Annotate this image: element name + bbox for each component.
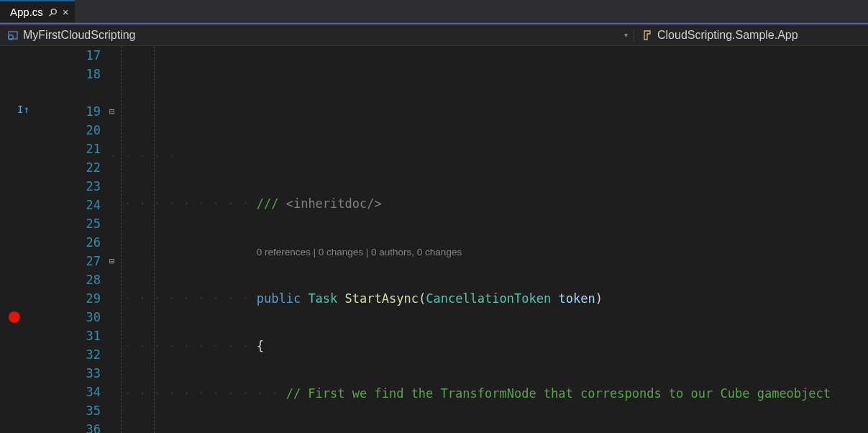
close-icon[interactable]: × bbox=[63, 6, 69, 18]
line-number: 19 bbox=[35, 102, 101, 121]
fold-toggle-icon[interactable]: ⊟ bbox=[109, 256, 114, 266]
line-number: 33 bbox=[35, 364, 101, 383]
code-area[interactable]: ⊟ ⊟ · · · · · · · · · · · · · · /// <inh… bbox=[109, 46, 868, 433]
line-number: 21 bbox=[35, 140, 101, 158]
breadcrumb-right-label: CloudScripting.Sample.App bbox=[657, 29, 798, 42]
line-number-gutter: 1718192021222324252627282930313233343536 bbox=[35, 46, 109, 433]
xml-doc: /// bbox=[257, 196, 286, 211]
tab-label: App.cs bbox=[10, 6, 43, 18]
scope-selector-right[interactable]: CloudScripting.Sample.App bbox=[634, 29, 868, 42]
line-number: 29 bbox=[35, 289, 101, 308]
line-number: 26 bbox=[35, 233, 101, 252]
chevron-down-icon: ▾ bbox=[624, 31, 628, 39]
line-number: 23 bbox=[35, 177, 101, 196]
line-number: 17 bbox=[35, 46, 101, 65]
line-number: 32 bbox=[35, 345, 101, 364]
pin-icon[interactable]: ⚲ bbox=[45, 4, 60, 19]
line-number: 24 bbox=[35, 196, 101, 214]
code-editor[interactable]: I↑ 1718192021222324252627282930313233343… bbox=[0, 46, 868, 433]
navigation-bar: MyFirstCloudScripting ▾ CloudScripting.S… bbox=[0, 23, 868, 46]
line-number: 18 bbox=[35, 65, 101, 83]
scope-selector-left[interactable]: MyFirstCloudScripting ▾ bbox=[0, 29, 634, 42]
tab-bar: App.cs ⚲ × bbox=[0, 0, 868, 23]
line-number: 31 bbox=[35, 327, 101, 345]
line-number: 22 bbox=[35, 158, 101, 177]
line-number: 36 bbox=[35, 420, 101, 433]
breadcrumb-left-label: MyFirstCloudScripting bbox=[23, 29, 135, 42]
line-number: 25 bbox=[35, 214, 101, 233]
comment: // First we find the TransformNode that … bbox=[286, 386, 831, 401]
editor-tab[interactable]: App.cs ⚲ × bbox=[0, 0, 75, 22]
line-number: 35 bbox=[35, 401, 101, 420]
project-icon bbox=[7, 29, 19, 41]
tracking-marker-icon: I↑ bbox=[17, 104, 29, 115]
line-number: 28 bbox=[35, 270, 101, 289]
fold-toggle-icon[interactable]: ⊟ bbox=[109, 106, 114, 117]
line-number: 34 bbox=[35, 383, 101, 401]
codelens-info[interactable]: 0 references | 0 changes | 0 authors, 0 … bbox=[257, 247, 462, 257]
line-number: 27 bbox=[35, 252, 101, 270]
breakpoint-icon[interactable] bbox=[9, 311, 20, 323]
glyph-margin[interactable]: I↑ bbox=[0, 46, 35, 433]
class-icon bbox=[641, 29, 653, 41]
line-number: 30 bbox=[35, 308, 101, 327]
line-number: 20 bbox=[35, 121, 101, 140]
